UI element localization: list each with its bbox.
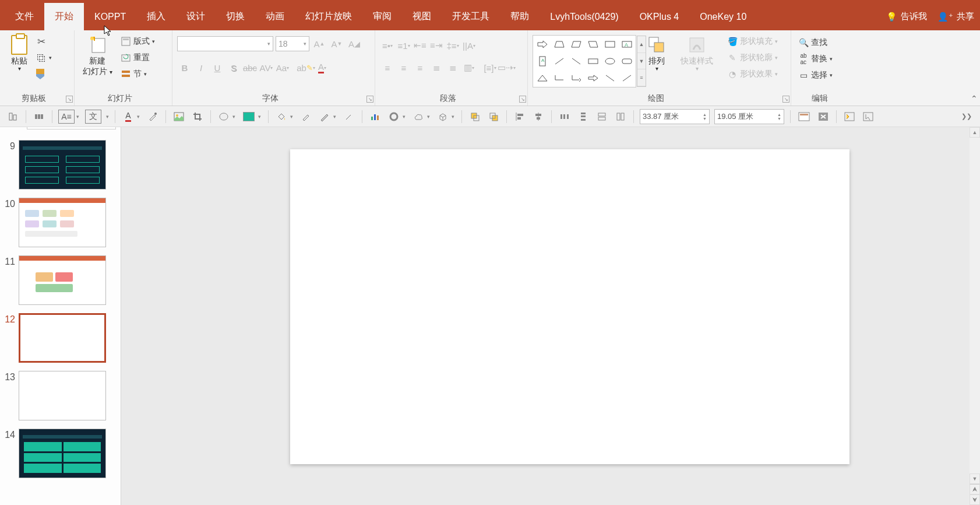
copy-button[interactable]: ▾ [34, 51, 54, 64]
tab-slideshow[interactable]: 幻灯片放映 [295, 3, 362, 30]
sec-selection-pane-button[interactable] [861, 110, 875, 124]
layout-button[interactable]: 版式 ▾ [118, 35, 157, 48]
slide-canvas[interactable] [290, 149, 849, 464]
sec-slide-layout-button[interactable] [796, 110, 812, 124]
new-slide-button[interactable]: 新建 幻灯片 ▾ [79, 33, 116, 80]
sec-donut-button[interactable] [387, 110, 401, 124]
italic-button[interactable]: I [193, 61, 209, 75]
align-right-button[interactable]: ≡ [413, 61, 428, 75]
sec-text-mode-button[interactable]: 文 [85, 110, 101, 124]
drawing-dialog-launcher[interactable]: ↘ [782, 96, 789, 103]
strikethrough-button[interactable]: abc [242, 61, 258, 75]
sec-align-left2-button[interactable] [513, 110, 527, 124]
shape-parallelogram2-icon[interactable] [585, 37, 601, 52]
shadow-button[interactable]: S [226, 61, 241, 75]
tab-transition[interactable]: 切换 [216, 3, 255, 30]
change-case-button[interactable]: Aa▾ [275, 61, 290, 75]
arrange-button[interactable]: 排列 ▾ [642, 33, 671, 87]
shape-triangle-icon[interactable] [534, 70, 550, 86]
shape-trapezoid-icon[interactable] [551, 37, 567, 52]
clipboard-dialog-launcher[interactable]: ↘ [66, 96, 73, 103]
underline-button[interactable]: U [210, 61, 225, 75]
align-left-button[interactable]: ≡ [380, 61, 395, 75]
quick-styles-button[interactable]: 快速样式 ▾ [677, 33, 717, 87]
sec-align-obj-button[interactable] [6, 110, 20, 124]
tab-help[interactable]: 帮助 [500, 3, 540, 30]
sec-crop-button[interactable] [191, 110, 205, 124]
sec-shape-cloud-button[interactable] [411, 110, 425, 124]
shape-arrow-right-icon[interactable] [534, 37, 550, 52]
sec-chart-button[interactable] [368, 110, 382, 124]
slide-thumbnail-13[interactable] [19, 371, 106, 420]
shape-effects-button[interactable]: ◔ 形状效果 ▾ [725, 68, 780, 80]
sec-align-center-h-button[interactable] [531, 110, 545, 124]
grow-font-button[interactable]: A▲ [312, 37, 327, 51]
sec-outline-pen-button[interactable] [318, 110, 332, 124]
tab-file[interactable]: 文件 [5, 3, 44, 30]
sec-distribute-button[interactable] [32, 110, 46, 124]
section-button[interactable]: 节 ▾ [118, 68, 157, 80]
slide-thumbnail-9[interactable] [19, 140, 106, 190]
sec-eyedropper-button[interactable] [146, 110, 160, 124]
font-color-button[interactable]: A▾ [315, 61, 330, 75]
shapes-gallery[interactable]: A A ▲▼≡ [533, 35, 636, 87]
char-spacing-button[interactable]: AV▾ [259, 61, 274, 75]
canvas-vertical-scrollbar[interactable]: ▲ ▼ ⮝ ⮟ [970, 127, 980, 505]
shape-rect-icon[interactable] [602, 37, 618, 52]
font-name-combo[interactable]: ▾ [177, 36, 273, 51]
smartart-button[interactable]: ▭⇢▾ [499, 61, 514, 75]
collapse-ribbon-button[interactable]: ⌃ [971, 94, 978, 103]
tab-design[interactable]: 设计 [176, 3, 216, 30]
sec-dist-v-button[interactable] [576, 110, 590, 124]
slide-thumbnail-10[interactable] [19, 198, 106, 247]
shape-oval-icon[interactable] [602, 54, 618, 69]
sec-eyedropper2-button[interactable] [299, 110, 313, 124]
tab-home[interactable]: 开始 [44, 3, 84, 30]
sec-dist-h-button[interactable] [558, 110, 572, 124]
shape-fill-button[interactable]: 🪣 形状填充 ▾ [725, 35, 780, 48]
shape-roundrect-icon[interactable] [619, 54, 634, 69]
text-direction-button[interactable]: ||A▾ [461, 38, 477, 52]
shape-parallelogram-icon[interactable] [568, 37, 584, 52]
numbering-button[interactable]: ≡1▾ [396, 38, 411, 52]
sec-match-height-button[interactable] [614, 110, 628, 124]
paste-button[interactable]: 粘贴 ▾ [5, 33, 34, 80]
sec-match-width-button[interactable] [595, 110, 609, 124]
align-text-button[interactable]: [≡]▾ [482, 61, 498, 75]
highlight-button[interactable]: ab✎▾ [298, 61, 313, 75]
sec-send-back-button[interactable] [487, 110, 500, 124]
sec-fill-swatch-button[interactable] [241, 110, 256, 124]
shape-outline-button[interactable]: ✎ 形状轮廓 ▾ [725, 51, 780, 64]
columns-button[interactable]: ▥▾ [461, 61, 477, 75]
tab-onekey[interactable]: OneKey 10 [689, 3, 757, 30]
slide-thumbnail-14[interactable] [19, 429, 106, 478]
format-painter-button[interactable] [34, 68, 54, 80]
height-spinner[interactable]: 19.05 厘米 ▲▼ [714, 109, 784, 124]
shape-rect2-icon[interactable] [585, 54, 601, 69]
tab-okplus[interactable]: OKPlus 4 [629, 3, 690, 30]
tab-koppt[interactable]: KOPPT [84, 3, 136, 30]
shape-line4-icon[interactable] [619, 70, 634, 86]
slide-thumbnail-11[interactable] [19, 255, 106, 305]
sec-image-button[interactable] [172, 110, 186, 124]
increase-indent-button[interactable]: ≡⇥ [429, 38, 444, 52]
distribute-button[interactable]: ≣ [445, 61, 460, 75]
line-spacing-button[interactable]: ‡≡▾ [445, 38, 460, 52]
paragraph-dialog-launcher[interactable]: ↘ [519, 96, 526, 103]
font-size-combo[interactable]: 18▾ [276, 36, 309, 51]
shape-vtextbox-icon[interactable]: A [534, 54, 550, 69]
slide-thumbnail-12[interactable] [19, 313, 106, 363]
find-button[interactable]: 🔍 查找 [796, 36, 851, 49]
slide-thumbnail-panel[interactable]: 9 10 11 [0, 127, 121, 505]
tab-animation[interactable]: 动画 [255, 3, 295, 30]
sec-eyedropper3-button[interactable] [342, 110, 356, 124]
width-spinner[interactable]: 33.87 厘米 ▲▼ [640, 109, 710, 124]
sec-textbox-a-button[interactable]: A≡ [58, 110, 75, 124]
shape-elbow-arrow-icon[interactable] [568, 70, 584, 86]
gallery-scroll[interactable]: ▲▼≡ [637, 36, 646, 87]
decrease-indent-button[interactable]: ⇤≡ [413, 38, 428, 52]
select-button[interactable]: ▭ 选择 ▾ [796, 69, 851, 82]
shape-block-arrow-icon[interactable] [585, 70, 601, 86]
sec-shape-oval-button[interactable] [217, 110, 231, 124]
toolbar-overflow-button[interactable]: ❯❯ [959, 113, 974, 120]
